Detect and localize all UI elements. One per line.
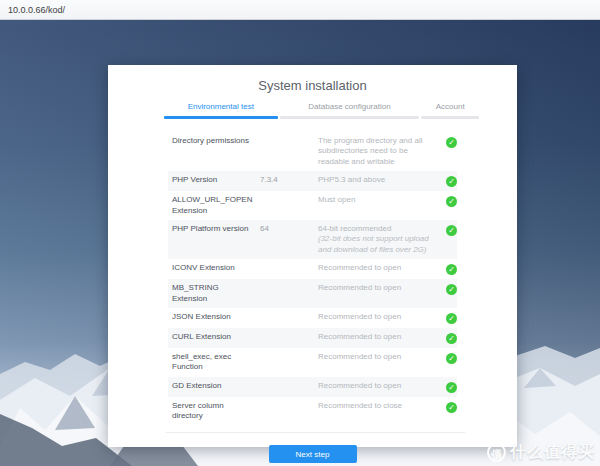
check-status: ✓ [439,332,457,344]
tab-label: Account [421,102,479,116]
check-circle-icon: ✓ [446,264,457,275]
tab-account[interactable]: Account [421,102,479,119]
check-label: Directory permissions [172,136,260,146]
check-description-note: (32-bit does not support upload and down… [318,234,433,255]
smzdm-watermark: 值 什么值得买 [487,442,595,463]
check-status: ✓ [439,224,457,236]
check-status: ✓ [439,136,457,148]
check-description-text: Must open [318,195,355,204]
check-row: shell_exec, exec Function Recommended to… [168,348,457,377]
url-text[interactable]: 10.0.0.66/kod/ [8,5,65,15]
tab-progress-bar [164,116,278,119]
check-label: Server column directory [172,401,260,422]
check-description-text: Recommended to open [318,263,401,272]
check-label: PHP Version [172,175,260,185]
check-description: Recommended to open [318,283,439,293]
check-description-text: Recommended to open [318,312,401,321]
check-status: ✓ [439,195,457,207]
watermark-text: 什么值得买 [510,442,595,463]
check-status: ✓ [439,283,457,295]
check-description: Recommended to open [318,381,439,391]
check-circle-icon: ✓ [446,382,457,393]
check-description-text: Recommended to open [318,381,401,390]
check-value: 64 [260,224,318,234]
check-circle-icon: ✓ [446,313,457,324]
check-circle-icon: ✓ [446,196,457,207]
check-circle-icon: ✓ [446,137,457,148]
check-status: ✓ [439,263,457,275]
check-description: Recommended to close [318,401,439,411]
next-step-button[interactable]: Next step [269,445,357,463]
check-description: Must open [318,195,439,205]
check-description: Recommended to open [318,263,439,273]
tab-database-configuration[interactable]: Database configuration [280,102,420,119]
check-description: Recommended to open [318,332,439,342]
check-description: Recommended to open [318,352,439,362]
check-row: CURL Extension Recommended to open ✓ [168,328,457,348]
check-row: PHP Platform version 64 64-bit recommend… [168,220,457,259]
check-label: PHP Platform version [172,224,260,234]
check-row: PHP Version 7.3.4 PHP5.3 and above ✓ [168,171,457,191]
check-label: shell_exec, exec Function [172,352,260,373]
check-description: 64-bit recommended (32-bit does not supp… [318,224,439,255]
install-dialog: System installation Environmental test D… [108,65,517,447]
check-description-text: The program directory and all subdirecto… [318,136,423,166]
check-label: MB_STRING Extension [172,283,260,304]
check-status: ✓ [439,352,457,364]
check-row: GD Extension Recommended to open ✓ [168,377,457,397]
check-circle-icon: ✓ [446,353,457,364]
check-description: The program directory and all subdirecto… [318,136,439,167]
check-description-text: Recommended to open [318,352,401,361]
check-label: JSON Extension [172,312,260,322]
check-description: PHP5.3 and above [318,175,439,185]
check-circle-icon: ✓ [446,176,457,187]
check-status: ✓ [439,312,457,324]
check-label: ICONV Extension [172,263,260,273]
check-value: 7.3.4 [260,175,318,185]
page-title: System installation [108,65,517,93]
check-row: Directory permissions The program direct… [168,132,457,171]
check-row: ALLOW_URL_FOPEN Extension Must open ✓ [168,191,457,220]
check-row: JSON Extension Recommended to open ✓ [168,308,457,328]
footer-divider [166,432,465,433]
check-description-text: Recommended to open [318,332,401,341]
check-label: ALLOW_URL_FOPEN Extension [172,195,260,216]
check-circle-icon: ✓ [446,284,457,295]
tab-progress-bar [421,116,479,119]
check-description: Recommended to open [318,312,439,322]
check-circle-icon: ✓ [446,402,457,413]
check-row: Server column directory Recommended to c… [168,397,457,426]
check-status: ✓ [439,381,457,393]
check-description-text: 64-bit recommended [318,224,391,233]
check-description-text: PHP5.3 and above [318,175,385,184]
check-status: ✓ [439,401,457,413]
check-circle-icon: ✓ [446,333,457,344]
check-description-text: Recommended to open [318,283,401,292]
check-description-text: Recommended to close [318,401,402,410]
check-row: MB_STRING Extension Recommended to open … [168,279,457,308]
check-circle-icon: ✓ [446,225,457,236]
check-label: CURL Extension [172,332,260,342]
browser-address-bar[interactable]: 10.0.0.66/kod/ [0,0,600,20]
tab-environmental-test[interactable]: Environmental test [164,102,278,119]
check-row: ICONV Extension Recommended to open ✓ [168,259,457,279]
tab-progress-bar [280,116,420,119]
tab-label: Environmental test [164,102,278,116]
smzdm-logo-icon: 值 [486,442,507,463]
install-steps-tabs: Environmental test Database configuratio… [164,102,479,119]
environment-check-list: Directory permissions The program direct… [168,132,457,425]
check-label: GD Extension [172,381,260,391]
check-status: ✓ [439,175,457,187]
tab-label: Database configuration [280,102,420,116]
